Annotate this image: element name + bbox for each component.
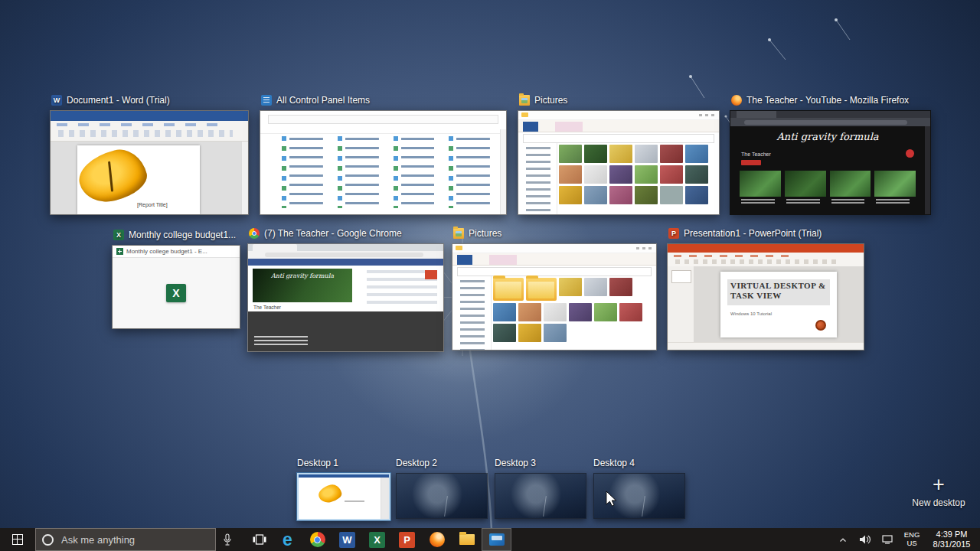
slide-title-band: VIRTUAL DESKTOP & TASK VIEW	[727, 279, 830, 305]
folder-icon	[526, 278, 557, 301]
chevron-up-icon	[839, 537, 847, 543]
window-title-bar[interactable]: P Presentation1 - PowerPoint (Trial)	[668, 227, 822, 240]
taskbar-app-powerpoint[interactable]: P	[392, 528, 422, 551]
mini-address-bar	[523, 134, 714, 143]
mini-explorer-titlebar	[518, 111, 719, 120]
window-title: The Teacher - YouTube - Mozilla Firefox	[746, 95, 909, 106]
file-tab	[523, 122, 538, 132]
current-slide: VIRTUAL DESKTOP & TASK VIEW Windows 10 T…	[720, 272, 837, 337]
mini-nav-bar	[248, 251, 443, 259]
language-indicator[interactable]: ENG US	[901, 531, 923, 548]
new-desktop-label[interactable]: New desktop	[908, 497, 969, 508]
window-thumbnail-excel[interactable]: Monthly college budget1 - E... X	[112, 245, 240, 329]
plus-icon[interactable]: +	[908, 474, 969, 494]
window-thumbnail-word[interactable]: [Report Title]	[50, 110, 249, 215]
window-thumbnail-firefox[interactable]: Anti gravity formula The Teacher	[730, 110, 931, 215]
desktop-1: Desktop 1	[297, 458, 387, 520]
taskbar: e W X P ENG US 4:39 PM	[0, 528, 980, 551]
taskbar-app-edge[interactable]: e	[273, 528, 302, 551]
window-title-bar[interactable]: X Monthly college budget1...	[113, 229, 236, 241]
chrome-icon	[249, 228, 260, 239]
powerpoint-icon: P	[668, 228, 679, 239]
desktop-4-preview	[594, 474, 684, 518]
window-title-bar[interactable]: The Teacher - YouTube - Mozilla Firefox	[731, 94, 909, 106]
mini-status-bar	[668, 342, 864, 350]
control-panel-icon	[261, 95, 272, 106]
window-title-bar[interactable]: (7) The Teacher - Google Chrome	[249, 227, 402, 240]
picture-tools-tab	[489, 255, 517, 265]
window-thumbnail-pictures[interactable]	[518, 110, 720, 215]
window-title: (7) The Teacher - Google Chrome	[264, 228, 402, 239]
mini-scrollbar	[241, 142, 248, 214]
taskbar-app-firefox[interactable]	[422, 528, 452, 551]
slide-title-text: VIRTUAL DESKTOP & TASK VIEW	[730, 281, 827, 300]
mini-explorer-ribbon	[452, 253, 656, 266]
desktop-2-thumbnail[interactable]	[396, 473, 488, 519]
desktop-3-preview	[495, 474, 586, 518]
mini-page-content: Anti gravity formula The Teacher	[248, 266, 443, 313]
folder-icon	[521, 112, 528, 117]
search-input[interactable]	[60, 533, 193, 546]
desktop-3-label[interactable]: Desktop 3	[495, 458, 585, 468]
date-text: 8/31/2015	[928, 540, 975, 549]
sidebar-content	[367, 270, 437, 308]
mini-word-titlebar	[51, 111, 248, 121]
desktop-4-label[interactable]: Desktop 4	[593, 458, 684, 468]
window-title-bar[interactable]: All Control Panel Items	[261, 94, 370, 106]
new-desktop-button[interactable]: + New desktop	[908, 474, 969, 508]
search-box[interactable]	[35, 528, 216, 551]
excel-window-title: Monthly college budget1 - E...	[126, 248, 207, 255]
file-tab	[457, 255, 472, 265]
microphone-icon	[223, 533, 232, 546]
volume-button[interactable]	[857, 528, 874, 551]
mini-cp-item-grid	[282, 136, 495, 208]
file-explorer-icon	[459, 534, 475, 545]
task-view-button[interactable]	[247, 528, 273, 551]
mini-tab-strip	[248, 244, 443, 251]
window-title-bar[interactable]: Pictures	[453, 227, 501, 240]
word-icon: W	[339, 532, 355, 548]
channel-avatar	[906, 149, 914, 158]
network-button[interactable]	[879, 528, 896, 551]
taskbar-app-chrome[interactable]	[302, 528, 332, 551]
edge-icon: e	[283, 531, 292, 549]
windows-logo-icon	[12, 534, 23, 545]
window-title: Pictures	[469, 228, 501, 239]
desktop-1-thumbnail[interactable]	[297, 473, 390, 520]
firefox-icon	[731, 95, 742, 106]
desktop-3-thumbnail[interactable]	[495, 473, 586, 519]
desktop-2-preview	[397, 474, 487, 518]
butterfly-image	[74, 144, 152, 207]
window-thumbnail-pictures[interactable]	[452, 243, 657, 350]
taskbar-app-word[interactable]: W	[332, 528, 362, 551]
microphone-button[interactable]	[216, 528, 239, 551]
mini-folder-grid	[492, 276, 649, 347]
taskbar-app-active-window[interactable]	[482, 528, 511, 551]
folder-icon	[493, 278, 524, 301]
desktop-1-label[interactable]: Desktop 1	[297, 458, 387, 468]
taskbar-app-file-explorer[interactable]	[452, 528, 482, 551]
channel-name: The Teacher	[253, 305, 281, 310]
window-thumbnail-powerpoint[interactable]: VIRTUAL DESKTOP & TASK VIEW Windows 10 T…	[667, 243, 864, 350]
window-title-bar[interactable]: Pictures	[519, 94, 567, 106]
mini-explorer-titlebar	[452, 244, 656, 253]
mini-explorer-ribbon	[518, 120, 719, 132]
desktop-2-label[interactable]: Desktop 2	[396, 458, 486, 468]
show-hidden-icons-button[interactable]	[835, 528, 851, 551]
window-thumbnail-control-panel[interactable]	[260, 110, 507, 215]
taskview-window-chrome: (7) The Teacher - Google Chrome Anti gra…	[247, 243, 444, 352]
window-thumbnail-chrome[interactable]: Anti gravity formula The Teacher	[247, 243, 444, 352]
time-text: 4:39 PM	[928, 530, 975, 540]
folder-icon	[519, 95, 530, 106]
slide-decoration-circle	[815, 320, 826, 331]
mini-ppt-titlebar	[668, 244, 864, 253]
window-title-bar[interactable]: W Document1 - Word (Trial)	[51, 94, 170, 106]
taskbar-app-excel[interactable]: X	[362, 528, 392, 551]
desktop-4-thumbnail[interactable]	[593, 473, 685, 519]
clock[interactable]: 4:39 PM 8/31/2015	[928, 530, 975, 549]
mini-excel-body: X	[113, 258, 240, 328]
mini-excel-titlebar: Monthly college budget1 - E...	[113, 246, 240, 258]
window-title: All Control Panel Items	[276, 95, 370, 106]
start-button[interactable]	[0, 528, 35, 551]
taskview-window-excel: X Monthly college budget1... Monthly col…	[112, 245, 240, 329]
